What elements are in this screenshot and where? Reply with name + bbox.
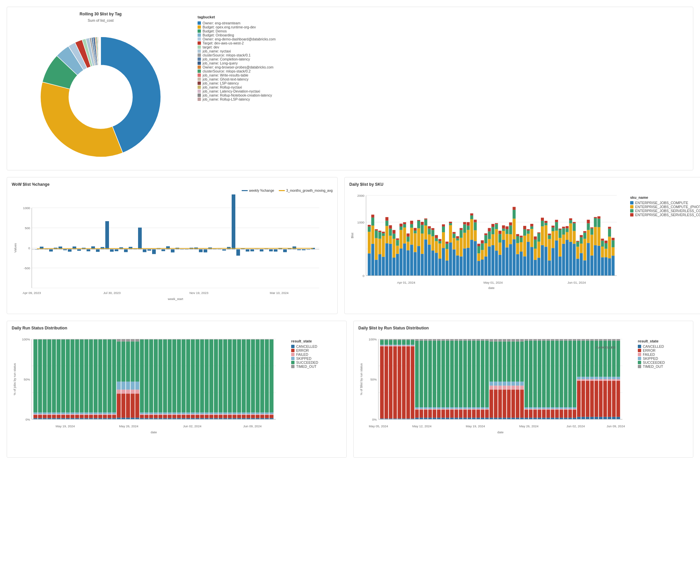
svg-rect-413	[56, 339, 61, 412]
svg-rect-975	[573, 339, 576, 341]
svg-rect-881	[507, 390, 511, 418]
svg-rect-420	[61, 339, 65, 339]
svg-rect-900	[520, 386, 524, 390]
svg-rect-679	[265, 418, 269, 419]
svg-text:Apr 01, 2024: Apr 01, 2024	[397, 281, 415, 284]
svg-rect-489	[117, 390, 121, 394]
svg-rect-343	[594, 218, 597, 227]
svg-rect-211	[477, 246, 480, 253]
svg-rect-889	[511, 382, 515, 386]
svg-rect-707	[380, 346, 384, 419]
svg-rect-339	[590, 229, 593, 235]
svg-rect-661	[251, 418, 255, 419]
svg-rect-454	[89, 413, 93, 414]
svg-rect-303	[559, 230, 562, 238]
svg-rect-90	[371, 226, 374, 244]
svg-rect-504	[126, 339, 130, 341]
svg-rect-291	[548, 235, 551, 239]
svg-rect-883	[507, 382, 511, 386]
svg-text:May 19, 2024: May 19, 2024	[55, 424, 75, 428]
svg-rect-161	[435, 253, 438, 276]
svg-rect-354	[604, 249, 607, 258]
svg-rect-329	[583, 260, 586, 276]
svg-rect-244	[505, 227, 508, 230]
svg-rect-599	[200, 339, 204, 412]
sku-legend-item: ENTERPRISE_JOBS_SERVERLESS_COMPUTE_U...	[630, 213, 700, 217]
svg-rect-1020	[608, 379, 611, 381]
legend-label: job_name: Rollup-Notebook-creation-laten…	[203, 93, 272, 97]
wow-chart-svg: 1000 500 0 -500 Values Apr 09, 2023 Jul …	[12, 194, 333, 301]
svg-rect-421	[66, 418, 70, 419]
svg-rect-226	[491, 234, 494, 245]
svg-rect-437	[75, 339, 79, 412]
legend-label: job_name: nyctaxi	[203, 49, 231, 53]
svg-rect-935	[546, 410, 550, 418]
svg-rect-88	[368, 225, 371, 227]
svg-rect-762	[420, 409, 423, 410]
svg-rect-592	[196, 413, 200, 414]
svg-rect-815	[459, 410, 463, 418]
svg-rect-389	[38, 339, 42, 412]
svg-rect-775	[428, 407, 432, 409]
svg-rect-1002	[594, 379, 598, 381]
top-legend-item: Budget: Demos	[198, 29, 686, 33]
svg-rect-238	[502, 231, 505, 240]
svg-rect-921	[533, 339, 537, 341]
svg-rect-746	[406, 340, 410, 344]
svg-rect-448	[84, 413, 88, 414]
svg-rect-392	[43, 415, 47, 418]
svg-rect-548	[163, 415, 167, 418]
svg-rect-425	[66, 339, 70, 412]
svg-rect-503	[126, 341, 130, 382]
svg-rect-19	[77, 249, 81, 251]
svg-rect-288	[545, 221, 548, 223]
list-status-legend-item: FAILED	[638, 352, 685, 356]
svg-text:Apr 09, 2023: Apr 09, 2023	[23, 291, 41, 295]
svg-rect-260	[520, 236, 523, 237]
svg-rect-129	[406, 250, 410, 276]
svg-rect-744	[406, 345, 410, 346]
svg-rect-419	[61, 339, 65, 412]
svg-rect-901	[520, 382, 524, 386]
svg-rect-849	[481, 339, 484, 341]
svg-rect-58	[260, 249, 263, 252]
svg-rect-1018	[608, 417, 611, 419]
svg-rect-979	[577, 377, 581, 379]
svg-rect-338	[590, 235, 593, 256]
svg-rect-471	[103, 414, 107, 415]
svg-rect-976	[577, 417, 581, 419]
svg-rect-814	[459, 418, 463, 419]
svg-rect-538	[154, 413, 158, 414]
donut-subtitle: Sum of list_cost	[88, 18, 114, 22]
svg-rect-532	[149, 413, 153, 414]
svg-rect-379	[33, 418, 37, 419]
svg-rect-384	[33, 339, 37, 339]
svg-rect-632	[228, 415, 232, 418]
svg-rect-510	[131, 339, 135, 341]
svg-rect-312	[566, 226, 569, 229]
svg-rect-951	[555, 339, 559, 341]
svg-rect-941	[551, 410, 555, 418]
svg-rect-867	[494, 339, 497, 341]
svg-rect-150	[424, 226, 427, 240]
svg-rect-671	[256, 339, 260, 412]
svg-rect-441	[80, 414, 84, 415]
svg-rect-677	[260, 339, 264, 412]
svg-rect-353	[604, 257, 607, 276]
svg-rect-937	[546, 407, 550, 409]
svg-rect-458	[94, 415, 98, 418]
svg-rect-620	[219, 415, 223, 418]
svg-rect-491	[117, 341, 121, 382]
svg-rect-838	[476, 418, 480, 419]
svg-rect-802	[450, 418, 454, 419]
dashboard: Rolling 30 $list by Tag Sum of list_cost…	[0, 0, 700, 464]
svg-rect-359	[608, 229, 611, 237]
svg-rect-527	[144, 339, 148, 412]
svg-rect-766	[424, 418, 428, 419]
svg-rect-505	[131, 418, 135, 419]
svg-rect-765	[420, 339, 423, 341]
svg-rect-388	[38, 413, 42, 414]
svg-rect-839	[476, 410, 480, 418]
svg-rect-65	[293, 247, 296, 249]
svg-rect-825	[463, 339, 467, 341]
